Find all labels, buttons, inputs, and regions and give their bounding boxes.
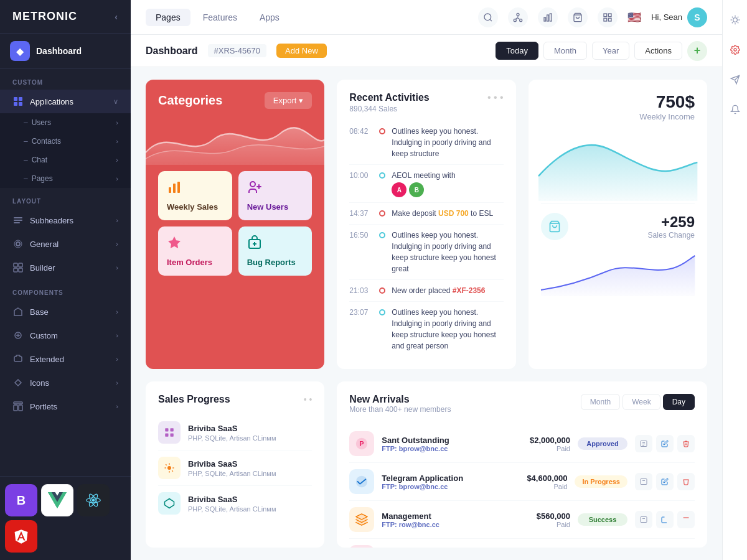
- sales-progress-menu-icon[interactable]: • •: [304, 394, 312, 404]
- new-users-label: New Users: [247, 202, 304, 212]
- cart-icon[interactable]: [568, 7, 588, 27]
- page-id: #XRS-45670: [208, 44, 266, 57]
- view-button[interactable]: [635, 473, 652, 490]
- activity-dot-red2: [379, 210, 385, 217]
- sidebar-item-custom[interactable]: Custom ›: [0, 324, 131, 347]
- sidebar-item-portlets[interactable]: Portlets ›: [0, 394, 131, 418]
- weekly-sales-card[interactable]: Weekly Sales: [158, 171, 232, 220]
- bug-reports-card[interactable]: Bug Reports: [238, 226, 312, 276]
- export-chevron-icon: ▾: [299, 96, 303, 105]
- new-arrivals-title: New Arrivals: [349, 394, 451, 405]
- edit-button[interactable]: [656, 435, 674, 452]
- actions-button[interactable]: Actions: [634, 42, 682, 60]
- sidebar-item-builder[interactable]: Builder ›: [0, 256, 131, 279]
- sidebar-sub-chat[interactable]: –Chat ›: [0, 151, 131, 169]
- portlets-chevron-icon: ›: [116, 403, 118, 410]
- activity-item: 16:50 Outlines keep you honest. Indulgin…: [349, 225, 503, 280]
- sidebar-item-base[interactable]: Base ›: [0, 300, 131, 324]
- sidebar-item-icons[interactable]: Icons ›: [0, 371, 131, 394]
- bootstrap-logo[interactable]: B: [5, 484, 37, 516]
- arrivals-tab-day[interactable]: Day: [663, 394, 695, 410]
- category-cards-grid: Weekly Sales New Users Item Orders: [158, 171, 312, 276]
- delete-button[interactable]: [677, 473, 695, 490]
- arrivals-tab-week[interactable]: Week: [622, 394, 660, 410]
- svg-point-72: [734, 49, 736, 51]
- svg-text:P: P: [360, 440, 364, 447]
- sidebar-item-subheaders[interactable]: Subheaders ›: [0, 208, 131, 232]
- subheaders-label: Subheaders: [30, 216, 116, 225]
- react-logo[interactable]: [77, 484, 110, 516]
- sidebar-item-applications[interactable]: Applications ∨: [0, 90, 131, 113]
- delete-button[interactable]: [677, 511, 695, 528]
- search-icon[interactable]: [478, 7, 498, 27]
- arrivals-tab-month[interactable]: Month: [581, 394, 620, 410]
- sidebar-sub-contacts[interactable]: –Contacts ›: [0, 132, 131, 151]
- avatar: B: [409, 182, 424, 197]
- row-actions: [635, 473, 695, 490]
- angular-logo[interactable]: [5, 520, 37, 553]
- sidebar-item-extended[interactable]: Extended ›: [0, 347, 131, 371]
- svg-point-25: [514, 19, 516, 21]
- new-users-card[interactable]: New Users: [238, 171, 312, 220]
- tech-logos-bar: B: [0, 476, 131, 560]
- activity-dot-teal2: [379, 232, 385, 238]
- svg-marker-13: [14, 308, 22, 315]
- svg-rect-27: [544, 17, 546, 21]
- month-button[interactable]: Month: [543, 42, 587, 60]
- new-arrivals-sub: More than 400+ new members: [349, 405, 451, 414]
- sp-icon-2: [158, 457, 181, 479]
- svg-point-19: [92, 499, 95, 502]
- sidebar-item-general[interactable]: General ›: [0, 232, 131, 256]
- nav-tab-pages[interactable]: Pages: [146, 9, 190, 26]
- portlets-icon: [12, 401, 24, 412]
- arrivals-row: Management FTP: row@bnc.cc $560,000 Paid…: [349, 501, 695, 539]
- sidebar: METRONIC ‹ ◆ Dashboard CUSTOM Applicatio…: [0, 0, 131, 560]
- sant-icon: P: [349, 431, 374, 456]
- view-button[interactable]: [635, 511, 652, 528]
- nagement-icon: [349, 545, 374, 548]
- custom-label: Custom: [30, 331, 116, 340]
- connect-icon[interactable]: [508, 7, 528, 27]
- sp-icon-3: [158, 492, 181, 515]
- flag-icon[interactable]: 🇺🇸: [627, 11, 641, 24]
- delete-button[interactable]: [677, 435, 695, 452]
- stats-icon[interactable]: [538, 7, 558, 27]
- export-button[interactable]: Export ▾: [265, 92, 312, 109]
- svg-line-50: [166, 464, 167, 465]
- user-menu[interactable]: Hi, Sean S: [651, 7, 707, 27]
- topnav-actions: 🇺🇸 Hi, Sean S: [478, 7, 707, 27]
- icons-label: Icons: [30, 378, 116, 388]
- sidebar-sub-pages[interactable]: –Pages ›: [0, 169, 131, 188]
- right-panel-notification-icon[interactable]: [725, 100, 745, 119]
- svg-rect-16: [14, 402, 22, 404]
- view-button[interactable]: [635, 435, 652, 452]
- item-orders-card[interactable]: Item Orders: [158, 226, 232, 276]
- add-new-button[interactable]: Add New: [276, 44, 327, 58]
- svg-rect-5: [14, 220, 22, 221]
- year-button[interactable]: Year: [592, 42, 629, 60]
- nav-tab-apps[interactable]: Apps: [250, 9, 289, 26]
- right-panel-send-icon[interactable]: [725, 70, 745, 90]
- edit-button[interactable]: [656, 473, 674, 490]
- item-orders-icon: [167, 235, 223, 254]
- nav-tab-features[interactable]: Features: [193, 9, 247, 26]
- sidebar-sub-users[interactable]: –Users ›: [0, 113, 131, 132]
- right-panel-color-icon[interactable]: [725, 10, 745, 30]
- right-panel-settings-icon[interactable]: [725, 40, 745, 60]
- sp-item: Briviba SaaS PHP, SQLite, Artisan CLinмм: [158, 415, 312, 450]
- today-button[interactable]: Today: [496, 42, 538, 60]
- vue-logo[interactable]: [41, 484, 73, 516]
- add-icon[interactable]: +: [687, 41, 707, 61]
- svg-point-8: [14, 240, 22, 248]
- activity-item: 21:03 New order placed #XF-2356: [349, 280, 503, 302]
- activity-item: 23:07 Outlines keep you honest. Indulgin…: [349, 302, 503, 357]
- activity-dot-red: [379, 128, 385, 134]
- svg-rect-15: [14, 357, 22, 362]
- brand-name: METRONIC: [12, 10, 77, 23]
- sidebar-collapse-icon[interactable]: ‹: [115, 12, 118, 22]
- dashboard-label[interactable]: Dashboard: [36, 46, 82, 56]
- grid-icon[interactable]: [598, 7, 618, 27]
- svg-rect-62: [641, 479, 647, 485]
- edit-button[interactable]: [656, 511, 674, 528]
- activities-menu-icon[interactable]: • • •: [487, 92, 504, 103]
